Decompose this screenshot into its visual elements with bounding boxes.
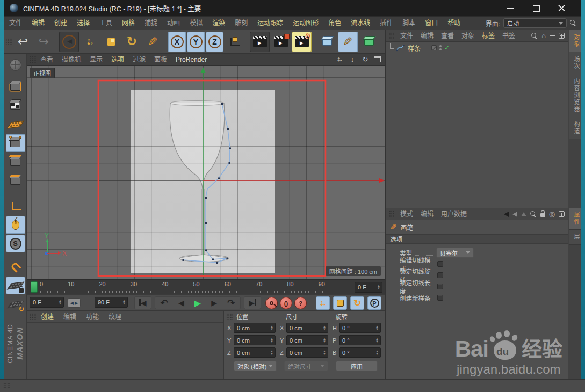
- edges-mode-button[interactable]: [6, 153, 25, 171]
- material-menu-item[interactable]: 功能: [81, 311, 104, 323]
- menu-item[interactable]: 脚本: [398, 17, 420, 30]
- frame-step-buttons[interactable]: ◀ ▶: [68, 298, 81, 308]
- axis-lock-button[interactable]: Z: [206, 32, 223, 52]
- end-frame-field[interactable]: 90 F ▲▼: [95, 297, 128, 308]
- option-checkbox[interactable]: [437, 284, 443, 289]
- enable-snap-button[interactable]: U: [6, 258, 25, 275]
- timeline-ruler[interactable]: 0102030405060708090: [27, 280, 352, 295]
- menu-item[interactable]: 工具: [95, 17, 117, 30]
- rotate-tool[interactable]: ↻: [122, 32, 142, 52]
- axis-lock-button[interactable]: Y: [187, 32, 205, 52]
- snap-settings-button[interactable]: S: [6, 235, 25, 252]
- next-key-icon[interactable]: ↷: [227, 297, 235, 309]
- material-grip[interactable]: [30, 313, 36, 320]
- viewport-canvas[interactable]: 正视图 网格间距 : 100 cm Y X: [27, 66, 385, 279]
- coord-mode-dropdown[interactable]: 对象 (相对): [234, 361, 277, 371]
- align-workplane-button[interactable]: ↻: [6, 295, 25, 313]
- parent-object-icon[interactable]: [521, 212, 526, 216]
- close-icon[interactable]: [558, 5, 566, 11]
- subdivision-surface-button[interactable]: [359, 32, 379, 52]
- option-checkbox[interactable]: [437, 295, 443, 301]
- render-to-picture-viewer-button[interactable]: ▶: [271, 32, 291, 52]
- menu-item[interactable]: 捕捉: [140, 17, 162, 30]
- goto-start-button[interactable]: ◀: [134, 296, 151, 309]
- menu-item[interactable]: 窗口: [420, 17, 443, 30]
- object-row-spline[interactable]: 样条 ✓: [386, 42, 568, 54]
- object-menu-item[interactable]: 书签: [499, 30, 519, 42]
- toolbar-grip[interactable]: [5, 38, 12, 45]
- last-used-tool-pen[interactable]: ✎: [143, 32, 163, 52]
- menu-item[interactable]: 运动跟踪: [252, 17, 288, 30]
- viewport-menu-item[interactable]: 选项: [107, 54, 128, 66]
- menu-item[interactable]: 插件: [375, 17, 398, 30]
- options-section-header[interactable]: 选项: [386, 234, 568, 244]
- attribute-grip[interactable]: [389, 210, 395, 217]
- spline-pen-button[interactable]: ✎: [338, 32, 358, 52]
- menu-item[interactable]: 网格: [117, 17, 140, 30]
- size-field[interactable]: 0 cm▲▼: [286, 335, 328, 345]
- undo-button[interactable]: ↩: [13, 32, 33, 52]
- polygons-mode-button[interactable]: [6, 172, 25, 190]
- make-editable-button[interactable]: [6, 56, 25, 74]
- rotation-field[interactable]: 0 °▲▼: [339, 335, 381, 345]
- menu-item[interactable]: 雕刻: [230, 17, 252, 30]
- texture-mode-button[interactable]: [6, 97, 25, 114]
- menu-item[interactable]: 渲染: [207, 17, 230, 30]
- vertical-tab[interactable]: 属性: [569, 208, 581, 230]
- pan-view-icon[interactable]: ↔↔: [335, 55, 344, 63]
- viewport-menu-item[interactable]: 面板: [150, 54, 171, 66]
- object-menu-item[interactable]: 对象: [458, 30, 478, 42]
- live-selection-tool[interactable]: ▲: [59, 32, 79, 52]
- play-icon[interactable]: ▶: [194, 298, 201, 308]
- coordinates-grip[interactable]: [226, 313, 233, 320]
- collapse-icon[interactable]: [550, 33, 555, 39]
- viewport-menu-item[interactable]: 摄像机: [57, 54, 85, 66]
- vertical-tab[interactable]: 内容浏览器: [569, 74, 581, 117]
- key-scale-toggle[interactable]: [333, 296, 347, 310]
- layer-toggle[interactable]: [431, 45, 437, 50]
- apply-button[interactable]: 应用: [336, 361, 378, 371]
- axis-lock-button[interactable]: X: [168, 32, 186, 52]
- viewport-menu-item[interactable]: ProRender: [171, 54, 211, 66]
- viewport-menu-item[interactable]: 查看: [36, 54, 57, 66]
- search-icon[interactable]: [531, 33, 538, 39]
- menu-item[interactable]: 运动图形: [288, 17, 323, 30]
- axis-mode-button[interactable]: [6, 197, 25, 215]
- rotation-field[interactable]: 0 °▲▼: [339, 347, 381, 358]
- object-menu-item[interactable]: 文件: [396, 30, 417, 42]
- coordinate-system-button[interactable]: [225, 32, 244, 52]
- workplane-mode-button[interactable]: [6, 115, 25, 133]
- vertical-tab[interactable]: 对象: [569, 30, 581, 52]
- target-icon[interactable]: ◎: [549, 210, 555, 217]
- enabled-check-icon[interactable]: ✓: [444, 44, 450, 52]
- object-menu-item[interactable]: 查看: [437, 30, 458, 42]
- option-checkbox[interactable]: [437, 261, 443, 267]
- next-frame-icon[interactable]: ▶: [211, 299, 217, 307]
- menu-item[interactable]: 流水线: [346, 17, 375, 30]
- vertical-tab[interactable]: 层: [569, 230, 581, 245]
- rotate-view-icon[interactable]: ↻: [361, 55, 370, 63]
- menu-item[interactable]: 编辑: [27, 17, 49, 30]
- spline-type-dropdown[interactable]: 贝塞尔: [436, 248, 474, 258]
- interface-dropdown[interactable]: 启动: [503, 18, 567, 28]
- menu-item[interactable]: 动画: [162, 17, 185, 30]
- object-manager-grip[interactable]: [389, 32, 395, 39]
- key-parameter-toggle[interactable]: P: [367, 296, 381, 310]
- view-name-label[interactable]: 正视图: [30, 68, 55, 78]
- material-menu-item[interactable]: 创建: [36, 311, 59, 323]
- viewport-grip[interactable]: [30, 56, 36, 63]
- rotation-field[interactable]: 0 °▲▼: [339, 323, 381, 333]
- history-forward-icon[interactable]: [512, 212, 517, 217]
- vertical-tab[interactable]: 构造: [569, 117, 581, 139]
- scale-tool[interactable]: [101, 32, 121, 52]
- previous-key-icon[interactable]: ↶: [161, 297, 168, 309]
- attribute-menu-item[interactable]: 用户数据: [437, 208, 471, 220]
- redo-button[interactable]: ↪: [34, 32, 54, 52]
- render-settings-button[interactable]: ▶⚙: [292, 32, 312, 52]
- zoom-view-icon[interactable]: ↕: [348, 55, 357, 63]
- render-view-button[interactable]: ▶: [250, 32, 270, 52]
- maximize-icon[interactable]: [532, 5, 540, 11]
- object-menu-item[interactable]: 标签: [478, 30, 499, 42]
- start-frame-field[interactable]: 0 F ▲▼: [30, 297, 64, 308]
- minimize-icon[interactable]: [507, 5, 514, 11]
